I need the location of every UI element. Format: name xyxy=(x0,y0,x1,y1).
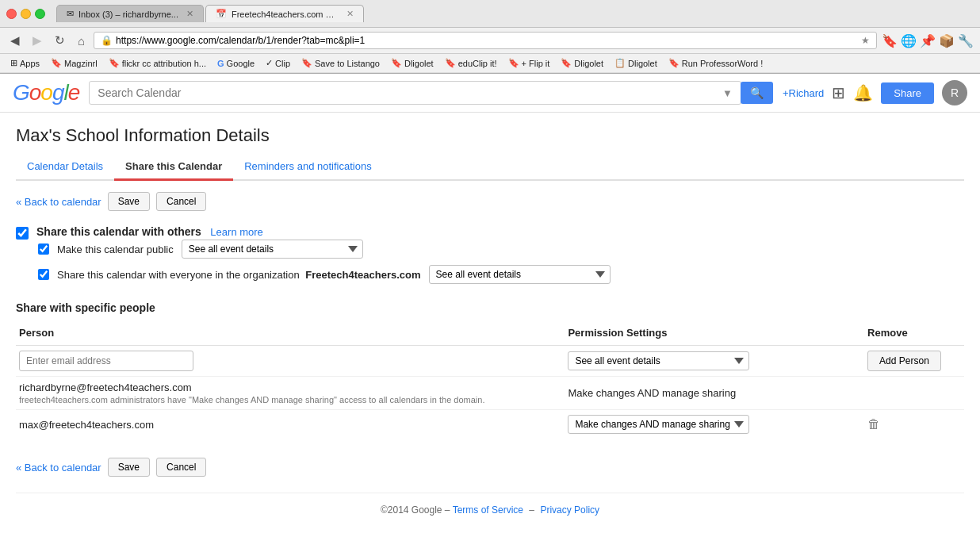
make-public-row: Make this calendar public See only free/… xyxy=(38,240,964,259)
apps-grid-icon[interactable]: ⊞ xyxy=(832,83,845,102)
bell-icon[interactable]: 🔔 xyxy=(853,83,873,102)
browser-tab-2[interactable]: 📅 Freetech4teachers.com – C... ✕ xyxy=(205,5,364,22)
bookmark-dligolet2[interactable]: 🔖Dligolet xyxy=(557,56,607,70)
person1-info-cell: richardbyrne@freetech4teachers.com freet… xyxy=(16,377,565,410)
browser-tab-1[interactable]: ✉ Inbox (3) – richardbyrne... ✕ xyxy=(56,5,204,22)
forward-nav-button[interactable]: ▶ xyxy=(29,32,46,49)
ext-icon-4[interactable]: 📦 xyxy=(939,33,955,48)
bookmark-professorword[interactable]: 🔖Run ProfessorWord ! xyxy=(664,56,768,70)
person1-email: richardbyrne@freetech4teachers.com xyxy=(19,382,561,393)
logo-g2: g xyxy=(52,80,64,105)
people-table: Person Permission Settings Remove See on xyxy=(16,324,964,439)
back-to-calendar-link[interactable]: « Back to calendar xyxy=(16,196,101,208)
bookmark-flipit[interactable]: 🔖+ Flip it xyxy=(504,56,554,70)
cancel-button[interactable]: Cancel xyxy=(156,192,206,211)
title-bar: ✉ Inbox (3) – richardbyrne... ✕ 📅 Freete… xyxy=(0,0,980,28)
page-title: Max's School Information Details xyxy=(16,125,964,146)
share-org-checkbox[interactable] xyxy=(38,269,49,280)
save-button[interactable]: Save xyxy=(108,192,150,211)
table-row: richardbyrne@freetech4teachers.com freet… xyxy=(16,377,964,410)
person2-remove-cell: 🗑 xyxy=(864,410,964,439)
address-bar: 🔒 ★ xyxy=(94,32,877,49)
share-button[interactable]: Share xyxy=(881,82,934,104)
educlip-icon: 🔖 xyxy=(445,58,456,68)
add-person-button[interactable]: Add Person xyxy=(867,351,941,371)
share-org-row: Share this calendar with everyone in the… xyxy=(38,265,964,284)
person2-permission-select[interactable]: See only free/busy (hide details) See al… xyxy=(568,415,749,434)
bookmark-listango[interactable]: 🔖Save to Listango xyxy=(297,56,384,70)
lock-icon: 🔒 xyxy=(101,35,113,46)
org-name: Freetech4teachers.com xyxy=(305,269,420,281)
bookmark-dligolet1[interactable]: 🔖Dligolet xyxy=(387,56,438,70)
email-input[interactable] xyxy=(19,351,193,371)
bookmarks-bar: ⊞Apps 🔖Magzinrl 🔖flickr cc attribution h… xyxy=(0,54,980,73)
minimize-button[interactable] xyxy=(21,9,31,19)
avatar[interactable]: R xyxy=(942,80,967,105)
logo-o2: o xyxy=(40,80,52,105)
ext-icon-3[interactable]: 📌 xyxy=(920,33,936,48)
browser-chrome: ✉ Inbox (3) – richardbyrne... ✕ 📅 Freete… xyxy=(0,0,980,74)
tab1-close-icon[interactable]: ✕ xyxy=(186,9,193,19)
bookmark-educlip[interactable]: 🔖eduClip it! xyxy=(441,56,501,70)
make-public-checkbox[interactable] xyxy=(38,243,49,255)
make-public-permission-select[interactable]: See only free/busy (hide details) See al… xyxy=(182,240,363,259)
maximize-button[interactable] xyxy=(35,9,45,19)
bookmark-star-icon[interactable]: ★ xyxy=(861,35,870,46)
learn-more-link[interactable]: Learn more xyxy=(210,226,262,238)
tab-share-this-calendar[interactable]: Share this Calendar xyxy=(114,154,233,181)
search-button[interactable]: 🔍 xyxy=(741,82,773,104)
share-org-label: Share this calendar with everyone in the… xyxy=(57,269,421,281)
col-header-permission: Permission Settings xyxy=(565,324,864,346)
google-header: Google ▼ 🔍 +Richard ⊞ 🔔 Share R xyxy=(0,74,980,113)
extension-icons: 🔖 🌐 📌 📦 🔧 xyxy=(882,33,974,48)
ext-icon-5[interactable]: 🔧 xyxy=(958,33,974,48)
google-logo: Google xyxy=(13,80,79,105)
share-org-permission-select[interactable]: See only free/busy (hide details) See al… xyxy=(429,265,611,284)
share-main-checkbox[interactable] xyxy=(16,227,29,240)
traffic-lights xyxy=(6,9,45,19)
bookmark-clip[interactable]: ✓Clip xyxy=(262,56,294,70)
bottom-save-button[interactable]: Save xyxy=(108,458,150,477)
bookmark-apps[interactable]: ⊞Apps xyxy=(6,56,44,70)
user-name[interactable]: +Richard xyxy=(783,87,824,99)
ext-icon-2[interactable]: 🌐 xyxy=(901,33,917,48)
dligolet-icon-2: 🔖 xyxy=(561,58,572,68)
reload-button[interactable]: ↻ xyxy=(51,32,69,49)
add-person-permission-select[interactable]: See only free/busy (hide details) See al… xyxy=(568,351,749,370)
search-input[interactable] xyxy=(89,81,741,105)
bookmark-google[interactable]: GGoogle xyxy=(213,57,258,70)
close-button[interactable] xyxy=(6,9,17,19)
share-main-checkbox-row: Share this calendar with others Learn mo… xyxy=(16,225,964,240)
tab2-close-icon[interactable]: ✕ xyxy=(346,9,354,19)
bookmark-dligolet3[interactable]: 📋Dligolet xyxy=(611,56,661,70)
bookmark-magzinrl[interactable]: 🔖Magzinrl xyxy=(47,56,101,70)
home-button[interactable]: ⌂ xyxy=(74,33,89,49)
nav-tabs: Calendar Details Share this Calendar Rem… xyxy=(16,154,964,181)
logo-g: G xyxy=(13,80,29,105)
dligolet-icon-1: 🔖 xyxy=(391,58,402,68)
share-people-title: Share with specific people xyxy=(16,301,964,314)
ext-icon-1[interactable]: 🔖 xyxy=(882,33,898,48)
email-input-cell xyxy=(16,346,565,377)
address-input[interactable] xyxy=(116,35,858,46)
bottom-cancel-button[interactable]: Cancel xyxy=(156,458,206,477)
bottom-back-to-calendar-link[interactable]: « Back to calendar xyxy=(16,462,101,474)
person2-email: max@freetech4teachers.com xyxy=(19,419,561,431)
tab-calendar-details[interactable]: Calendar Details xyxy=(16,154,114,181)
header-right: +Richard ⊞ 🔔 Share R xyxy=(783,80,967,105)
tab-reminders-notifications[interactable]: Reminders and notifications xyxy=(233,154,382,181)
bookmark-flickr[interactable]: 🔖flickr cc attribution h... xyxy=(105,56,210,70)
terms-of-service-link[interactable]: Terms of Service xyxy=(453,504,523,516)
privacy-policy-link[interactable]: Privacy Policy xyxy=(540,504,599,516)
back-nav-button[interactable]: ◀ xyxy=(6,32,24,49)
person2-info-cell: max@freetech4teachers.com xyxy=(16,410,565,439)
share-section-title: Share this calendar with others xyxy=(36,225,201,238)
dligolet-icon-3: 📋 xyxy=(614,58,626,68)
person2-permission-cell: See only free/busy (hide details) See al… xyxy=(565,410,864,439)
search-box-wrap: ▼ 🔍 xyxy=(89,81,773,105)
dropdown-arrow-icon[interactable]: ▼ xyxy=(722,87,733,99)
tab1-label: Inbox (3) – richardbyrne... xyxy=(78,10,178,19)
tab1-favicon: ✉ xyxy=(67,9,74,19)
add-person-button-cell: Add Person xyxy=(864,346,964,377)
delete-icon[interactable]: 🗑 xyxy=(867,417,880,431)
